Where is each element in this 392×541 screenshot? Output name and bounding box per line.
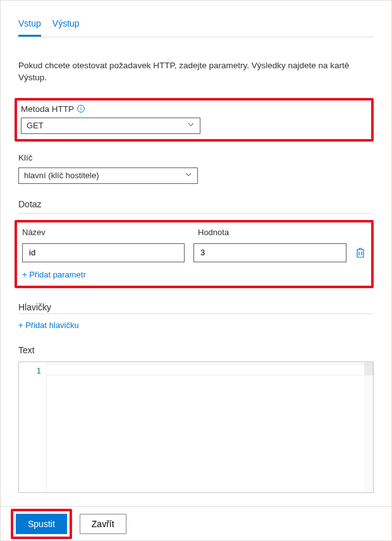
query-name-header: Název — [22, 228, 189, 237]
chevron-down-icon — [185, 171, 192, 180]
intro-text: Pokud chcete otestovat požadavek HTTP, z… — [18, 60, 374, 84]
footer: Spustit Zavřít — [1, 506, 391, 540]
query-row — [22, 243, 366, 262]
editor-scrollbar[interactable] — [364, 362, 373, 492]
info-icon[interactable]: i — [77, 105, 85, 112]
tab-output[interactable]: Výstup — [52, 18, 80, 37]
divider — [18, 313, 374, 314]
key-label: Klíč — [18, 153, 374, 162]
http-method-select[interactable]: GET — [21, 118, 200, 134]
body-editor[interactable]: 1 — [18, 362, 374, 493]
http-method-highlight: Metoda HTTP i GET — [15, 98, 374, 142]
body-title: Text — [18, 345, 374, 355]
chevron-down-icon — [187, 121, 195, 130]
query-name-input[interactable] — [22, 243, 185, 262]
headers-title: Hlavičky — [18, 302, 374, 312]
query-value-input[interactable] — [193, 243, 346, 262]
delete-param-button[interactable] — [355, 247, 366, 258]
add-parameter-link[interactable]: + Přidat parametr — [22, 270, 86, 279]
query-value-header: Hodnota — [198, 228, 229, 237]
query-title: Dotaz — [18, 199, 374, 209]
query-highlight: Název Hodnota + Přidat parametr — [15, 220, 374, 288]
divider — [18, 213, 374, 214]
add-header-link[interactable]: + Přidat hlavičku — [18, 320, 79, 330]
editor-current-line — [47, 364, 373, 375]
run-button-highlight: Spustit — [11, 509, 72, 539]
editor-scroll-thumb[interactable] — [364, 362, 373, 375]
editor-textarea[interactable] — [47, 362, 373, 492]
key-select[interactable]: hlavní (klíč hostitele) — [18, 167, 198, 184]
tab-input[interactable]: Vstup — [18, 18, 41, 37]
http-method-label-text: Metoda HTTP — [21, 104, 74, 114]
close-button[interactable]: Zavřít — [80, 514, 126, 534]
http-method-value: GET — [27, 121, 44, 130]
run-button[interactable]: Spustit — [16, 514, 67, 534]
editor-gutter: 1 — [19, 362, 47, 492]
key-value: hlavní (klíč hostitele) — [24, 171, 99, 180]
http-method-label: Metoda HTTP i — [21, 104, 365, 114]
line-number: 1 — [19, 366, 41, 375]
